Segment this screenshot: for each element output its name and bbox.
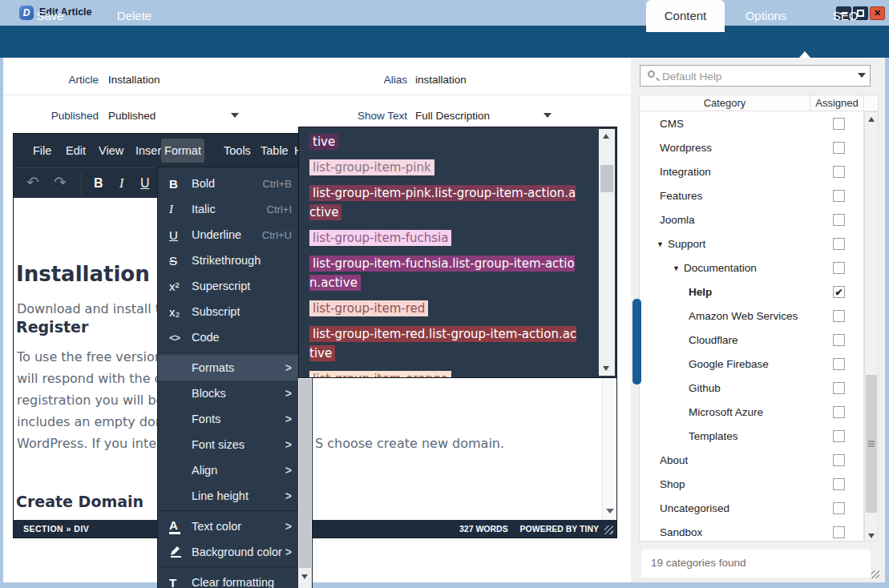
assigned-checkbox[interactable] bbox=[833, 478, 845, 490]
style-preview-item[interactable]: list-group-item-pink.list-group-item-act… bbox=[309, 183, 577, 222]
tab-seo[interactable]: SEO bbox=[806, 0, 885, 32]
redo-icon[interactable]: ↷ bbox=[54, 168, 67, 199]
assigned-checkbox[interactable] bbox=[833, 262, 845, 274]
assigned-checkbox[interactable] bbox=[833, 166, 845, 178]
article-field[interactable]: Installation bbox=[108, 74, 160, 86]
sidebar-resize-grip-icon[interactable] bbox=[871, 570, 879, 578]
assigned-checkbox[interactable] bbox=[833, 502, 845, 514]
scroll-up-icon[interactable] bbox=[603, 134, 609, 139]
menu-item-text-color[interactable]: A Text color > bbox=[158, 513, 300, 539]
assigned-checkbox[interactable] bbox=[833, 214, 845, 226]
menu-table[interactable]: Table bbox=[261, 134, 289, 167]
category-row-cms[interactable]: CMS bbox=[640, 112, 863, 136]
menu-item-background-color[interactable]: Background color > bbox=[158, 539, 300, 565]
published-dropdown-arrow-icon[interactable] bbox=[231, 113, 239, 118]
category-row-cloudflare[interactable]: Cloudflare bbox=[640, 328, 863, 352]
assigned-checkbox[interactable] bbox=[833, 238, 845, 250]
style-preview-item[interactable]: list-group-item-fuchsia bbox=[309, 228, 577, 248]
assigned-checkbox[interactable] bbox=[833, 526, 845, 538]
assigned-checkbox[interactable] bbox=[833, 142, 845, 154]
menu-item-blocks[interactable]: Blocks > bbox=[158, 381, 300, 406]
assigned-checkbox-checked[interactable]: ✔ bbox=[833, 286, 845, 298]
collapse-icon[interactable]: ▼ bbox=[657, 232, 664, 256]
category-row-support[interactable]: ▼Support bbox=[640, 232, 863, 256]
scroll-up-icon[interactable] bbox=[868, 117, 875, 122]
assigned-checkbox[interactable] bbox=[833, 190, 845, 202]
category-row-templates[interactable]: Templates bbox=[640, 425, 863, 449]
category-row-shop[interactable]: Shop bbox=[640, 473, 863, 497]
published-select[interactable]: Published bbox=[108, 110, 156, 122]
bold-icon[interactable]: B bbox=[94, 168, 103, 199]
italic-icon[interactable]: I bbox=[119, 168, 123, 199]
assigned-checkbox[interactable] bbox=[833, 406, 845, 418]
assigned-checkbox[interactable] bbox=[833, 454, 845, 466]
collapse-icon[interactable]: ▼ bbox=[673, 256, 680, 280]
style-preview-item[interactable]: list-group-item-red bbox=[309, 299, 577, 318]
menu-item-italic[interactable]: I Italic Ctrl+I bbox=[158, 196, 300, 222]
menu-tools[interactable]: Tools bbox=[224, 134, 251, 167]
scrollbar-thumb[interactable] bbox=[299, 379, 311, 568]
alias-field[interactable]: installation bbox=[415, 74, 467, 86]
delete-button[interactable]: Delete bbox=[108, 0, 160, 32]
underline-icon[interactable]: U bbox=[140, 168, 150, 199]
menu-item-underline[interactable]: U Underline Ctrl+U bbox=[158, 222, 300, 248]
menu-format[interactable]: Format bbox=[161, 139, 204, 163]
tab-options[interactable]: Options bbox=[726, 0, 806, 32]
assigned-checkbox[interactable] bbox=[833, 334, 845, 346]
menu-item-subscript[interactable]: x₂ Subscript bbox=[158, 299, 300, 324]
menu-item-clear-formatting[interactable]: T Clear formatting bbox=[158, 570, 300, 588]
scroll-down-icon[interactable] bbox=[868, 534, 875, 538]
undo-icon[interactable]: ↶ bbox=[26, 168, 39, 199]
category-row-github[interactable]: Github bbox=[640, 377, 863, 401]
category-row-amazon-web-services[interactable]: Amazon Web Services bbox=[640, 304, 863, 328]
assigned-checkbox[interactable] bbox=[833, 310, 845, 322]
save-button[interactable]: Save bbox=[24, 0, 76, 32]
scrollbar-thumb[interactable] bbox=[866, 375, 877, 513]
tab-content[interactable]: Content bbox=[646, 0, 725, 32]
style-preview-item[interactable]: list-group-item-orange bbox=[309, 369, 577, 378]
category-row-about[interactable]: About bbox=[640, 449, 863, 473]
show-text-select[interactable]: Full Description bbox=[415, 110, 490, 122]
category-row-microsoft-azure[interactable]: Microsoft Azure bbox=[640, 401, 863, 425]
show-text-dropdown-arrow-icon[interactable] bbox=[544, 113, 552, 118]
menu-insert[interactable]: Insert bbox=[135, 134, 164, 167]
category-row-help[interactable]: Help✔ bbox=[640, 280, 863, 304]
assigned-checkbox[interactable] bbox=[833, 118, 845, 130]
scrollbar-thumb[interactable] bbox=[600, 165, 613, 192]
menu-item-font-sizes[interactable]: Font sizes > bbox=[158, 432, 300, 457]
panel-accent-handle[interactable] bbox=[632, 299, 641, 385]
category-row-google-firebase[interactable]: Google Firebase bbox=[640, 352, 863, 377]
menu-item-fonts[interactable]: Fonts > bbox=[158, 406, 300, 432]
menu-item-formats[interactable]: Formats > bbox=[158, 355, 300, 381]
category-row-sandbox[interactable]: Sandbox bbox=[640, 521, 863, 542]
assigned-checkbox[interactable] bbox=[833, 358, 845, 370]
category-row-joomla[interactable]: Joomla bbox=[640, 208, 863, 232]
scroll-down-icon[interactable] bbox=[301, 574, 308, 579]
menu-item-code[interactable]: <> Code bbox=[158, 324, 300, 350]
menu-item-align[interactable]: Align > bbox=[158, 457, 300, 483]
category-row-documentation[interactable]: ▼Documentation bbox=[640, 256, 863, 280]
editor-resize-grip-icon[interactable] bbox=[604, 526, 613, 534]
scroll-down-icon[interactable] bbox=[603, 366, 609, 371]
powered-by-tiny-link[interactable]: POWERED BY TINY bbox=[520, 524, 599, 534]
menu-item-line-height[interactable]: Line height > bbox=[158, 483, 300, 509]
category-row-features[interactable]: Features bbox=[640, 184, 863, 208]
category-row-wordpress[interactable]: Wordpress bbox=[640, 136, 863, 160]
submenu-scrollbar[interactable] bbox=[599, 129, 615, 376]
style-preview-item[interactable]: tive bbox=[309, 132, 577, 151]
combo-dropdown-arrow-icon[interactable] bbox=[858, 73, 866, 78]
assigned-checkbox[interactable] bbox=[833, 382, 845, 394]
menu-edit[interactable]: Edit bbox=[66, 134, 86, 167]
scroll-down-icon[interactable] bbox=[606, 509, 614, 513]
column-header-assigned[interactable]: Assigned bbox=[810, 95, 864, 111]
sidebar-scrollbar[interactable] bbox=[864, 111, 879, 542]
style-preview-item[interactable]: list-group-item-red.list-group-item-acti… bbox=[309, 324, 577, 363]
column-header-category[interactable]: Category bbox=[639, 95, 810, 111]
assigned-checkbox[interactable] bbox=[833, 430, 845, 442]
style-preview-item[interactable]: list-group-item-fuchsia.list-group-item-… bbox=[309, 254, 577, 292]
menu-file[interactable]: File bbox=[33, 134, 51, 167]
menu-item-bold[interactable]: B Bold Ctrl+B bbox=[158, 171, 300, 196]
menu-item-superscript[interactable]: x² Superscript bbox=[158, 273, 300, 299]
style-preview-item[interactable]: list-group-item-pink bbox=[309, 158, 577, 177]
category-row-uncategorised[interactable]: Uncategorised bbox=[640, 497, 863, 521]
